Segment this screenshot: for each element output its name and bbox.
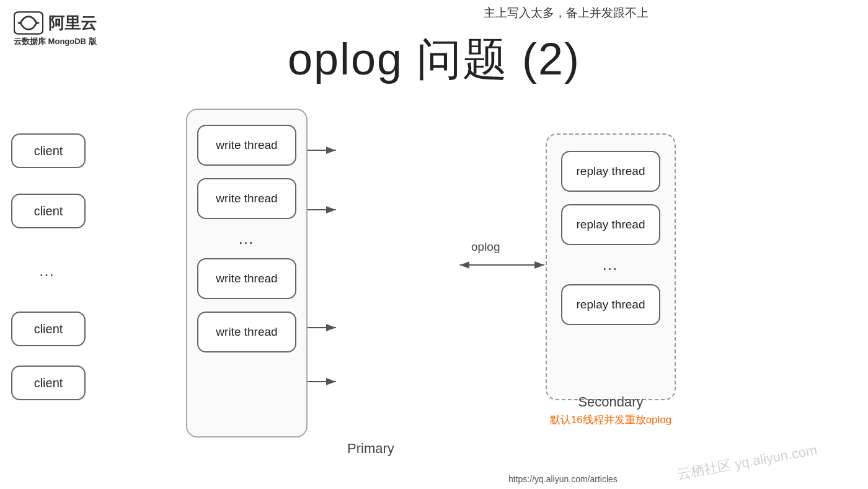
replay-thread-1: replay thread [561,151,660,192]
page-title: oplog 问题 (2) [0,30,868,89]
write-thread-3: write thread [197,258,296,299]
replay-thread-dots: … [602,255,620,274]
watermark: 云栖社区 yq.aliyun.com [676,441,819,483]
replay-thread-3: replay thread [561,284,660,325]
client-box-3: client [11,312,86,346]
client-box-1: client [11,133,86,168]
replay-thread-2: replay thread [561,204,660,245]
client-box-2: client [11,194,86,228]
oplog-label: oplog [471,240,500,254]
write-thread-4: write thread [197,312,296,352]
diagram: insert insert insert insert client clien… [0,102,868,489]
write-thread-dots: … [238,229,256,248]
secondary-desc: 默认16线程并发重放oplog [546,413,676,427]
write-thread-2: write thread [197,178,296,219]
client-box-4: client [11,366,86,400]
secondary-label: Secondary 默认16线程并发重放oplog [546,394,676,427]
header-note: 主上写入太多，备上并发跟不上 [484,5,649,21]
replay-thread-container: replay thread replay thread … replay thr… [546,133,676,400]
write-thread-container: write thread write thread … write thread… [186,109,308,437]
primary-label: Primary [347,441,394,457]
write-thread-1: write thread [197,125,296,166]
footer-link: https://yq.aliyun.com/articles [508,474,618,484]
client-dots: … [38,261,56,280]
diagram-arrows [0,102,868,489]
